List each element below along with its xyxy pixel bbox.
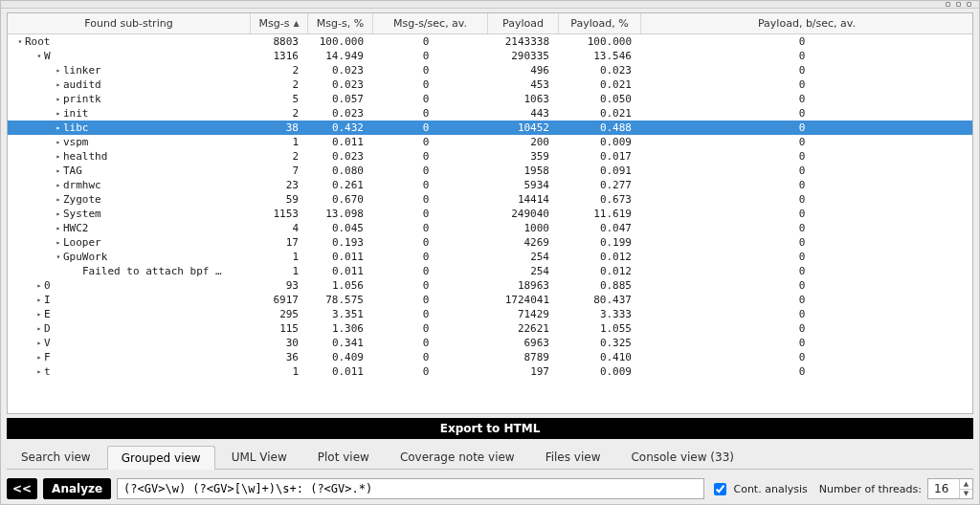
row-name-cell[interactable]: ▾ GpuWork [8, 250, 251, 264]
row-name-cell[interactable]: ▸ printk [8, 92, 251, 106]
analyze-button[interactable]: Analyze [43, 478, 111, 499]
chevron-right-icon[interactable]: ▸ [54, 149, 63, 164]
table-row[interactable]: ▸ drmhwc230.261059340.2770 [8, 178, 972, 192]
row-name-cell[interactable]: ▸ I [8, 293, 251, 307]
chevron-right-icon[interactable]: ▸ [34, 307, 44, 321]
row-name-cell[interactable]: ▸ drmhwc [8, 178, 251, 192]
table-row[interactable]: ▸ libc380.4320104520.4880 [8, 121, 972, 135]
table-row[interactable]: ▾ Root8803100.00002143338100.0000 [8, 34, 972, 49]
table-row[interactable]: ▸ 0931.0560189630.8850 [8, 278, 972, 293]
row-name-cell[interactable]: ▸ t [8, 364, 251, 379]
tab-plot-view[interactable]: Plot view [303, 445, 384, 469]
chevron-right-icon[interactable]: ▸ [54, 164, 63, 178]
row-name-cell[interactable]: ▸ init [8, 106, 251, 121]
chevron-right-icon[interactable]: ▸ [54, 178, 63, 192]
col-payload-pct[interactable]: Payload, % [559, 13, 641, 33]
tab-grouped-view[interactable]: Grouped view [107, 446, 215, 470]
chevron-right-icon[interactable]: ▸ [34, 278, 44, 293]
table-row[interactable]: ▸ Zygote590.6700144140.6730 [8, 192, 972, 207]
row-name-cell[interactable]: ▸ F [8, 350, 251, 364]
table-row[interactable]: Failed to attach bpf …10.01102540.0120 [8, 264, 972, 278]
row-name-cell[interactable]: ▸ D [8, 321, 251, 336]
table-row[interactable]: ▸ TAG70.080019580.0910 [8, 164, 972, 178]
chevron-right-icon[interactable]: ▸ [54, 77, 63, 92]
tab-search-view[interactable]: Search view [7, 445, 105, 469]
table-row[interactable]: ▸ System115313.098024904011.6190 [8, 207, 972, 221]
table-row[interactable]: ▸ HWC240.045010000.0470 [8, 221, 972, 235]
table-row[interactable]: ▸ vspm10.01102000.0090 [8, 135, 972, 149]
table-row[interactable]: ▸ init20.02304430.0210 [8, 106, 972, 121]
row-name-cell[interactable]: ▸ healthd [8, 149, 251, 164]
row-name-cell[interactable]: ▸ TAG [8, 164, 251, 178]
chevron-right-icon[interactable]: ▸ [54, 235, 63, 250]
chevron-right-icon[interactable]: ▸ [54, 192, 63, 207]
col-payload[interactable]: Payload [488, 13, 559, 33]
row-name-cell[interactable]: ▸ System [8, 207, 251, 221]
col-payload-sec[interactable]: Payload, b/sec, av. [641, 13, 972, 33]
chevron-right-icon[interactable]: ▸ [54, 207, 63, 221]
cell-payload_pct: 0.091 [559, 164, 641, 178]
row-name-cell[interactable]: ▸ 0 [8, 278, 251, 293]
cont-analysis-checkbox-input[interactable] [714, 483, 726, 495]
row-name-cell[interactable]: Failed to attach bpf … [8, 264, 251, 278]
chevron-down-icon[interactable]: ▾ [54, 250, 63, 264]
table-row[interactable]: ▸ Looper170.193042690.1990 [8, 235, 972, 250]
chevron-right-icon[interactable]: ▸ [54, 63, 63, 77]
chevron-right-icon[interactable]: ▸ [34, 350, 44, 364]
window-control-icon[interactable] [946, 2, 950, 7]
row-name-cell[interactable]: ▾ Root [8, 34, 251, 49]
tab-files-view[interactable]: Files view [531, 445, 615, 469]
chevron-right-icon[interactable]: ▸ [34, 321, 44, 336]
window-control-icon[interactable] [956, 2, 961, 7]
table-row[interactable]: ▸ E2953.3510714293.3330 [8, 307, 972, 321]
chevron-right-icon[interactable]: ▸ [54, 121, 63, 135]
row-name-cell[interactable]: ▸ Looper [8, 235, 251, 250]
chevron-right-icon[interactable]: ▸ [54, 92, 63, 106]
chevron-down-icon[interactable]: ▾ [34, 49, 44, 63]
chevron-right-icon[interactable]: ▸ [34, 364, 44, 379]
window-control-icon[interactable] [967, 2, 971, 7]
tree-body[interactable]: ▾ Root8803100.00002143338100.0000▾ W1316… [8, 34, 972, 413]
table-row[interactable]: ▸ printk50.057010630.0500 [8, 92, 972, 106]
row-name-cell[interactable]: ▸ auditd [8, 77, 251, 92]
tab-coverage-note-view[interactable]: Coverage note view [386, 445, 529, 469]
row-name-cell[interactable]: ▸ E [8, 307, 251, 321]
row-name-cell[interactable]: ▸ V [8, 336, 251, 350]
table-row[interactable]: ▸ V300.341069630.3250 [8, 336, 972, 350]
table-row[interactable]: ▸ linker20.02304960.0230 [8, 63, 972, 77]
col-msgs[interactable]: Msg-s▲ [251, 13, 308, 33]
table-row[interactable]: ▸ t10.01101970.0090 [8, 364, 972, 379]
table-row[interactable]: ▸ healthd20.02303590.0170 [8, 149, 972, 164]
tab-console-view-33[interactable]: Console view (33) [616, 445, 748, 469]
threads-value[interactable]: 16 [928, 479, 959, 498]
col-msgs-pct[interactable]: Msg-s, % [308, 13, 373, 33]
chevron-right-icon[interactable]: ▸ [54, 135, 63, 149]
row-name-cell[interactable]: ▸ vspm [8, 135, 251, 149]
row-name-cell[interactable]: ▸ linker [8, 63, 251, 77]
row-name-cell[interactable]: ▾ W [8, 49, 251, 63]
spinner-up-icon[interactable]: ▲ [960, 479, 972, 490]
row-name-cell[interactable]: ▸ Zygote [8, 192, 251, 207]
regex-input[interactable] [117, 478, 704, 499]
table-row[interactable]: ▾ W131614.949029033513.5460 [8, 49, 972, 63]
threads-spinner[interactable]: 16 ▲ ▼ [927, 478, 973, 499]
table-row[interactable]: ▾ GpuWork10.01102540.0120 [8, 250, 972, 264]
table-row[interactable]: ▸ F360.409087890.4100 [8, 350, 972, 364]
chevron-right-icon[interactable]: ▸ [54, 106, 63, 121]
table-row[interactable]: ▸ auditd20.02304530.0210 [8, 77, 972, 92]
chevron-right-icon[interactable]: ▸ [34, 336, 44, 350]
col-msgs-sec[interactable]: Msg-s/sec, av. [373, 13, 488, 33]
chevron-down-icon[interactable]: ▾ [15, 34, 25, 49]
back-button[interactable]: << [7, 478, 37, 499]
chevron-right-icon[interactable]: ▸ [34, 293, 44, 307]
row-name-cell[interactable]: ▸ libc [8, 121, 251, 135]
spinner-down-icon[interactable]: ▼ [960, 490, 972, 499]
row-name-cell[interactable]: ▸ HWC2 [8, 221, 251, 235]
col-found-substring[interactable]: Found sub-string [8, 13, 251, 33]
export-to-html-button[interactable]: Export to HTML [7, 418, 973, 439]
tab-uml-view[interactable]: UML View [217, 445, 301, 469]
chevron-right-icon[interactable]: ▸ [54, 221, 63, 235]
table-row[interactable]: ▸ I691778.5750172404180.4370 [8, 293, 972, 307]
cont-analysis-checkbox[interactable]: Cont. analysis [710, 480, 807, 498]
table-row[interactable]: ▸ D1151.3060226211.0550 [8, 321, 972, 336]
